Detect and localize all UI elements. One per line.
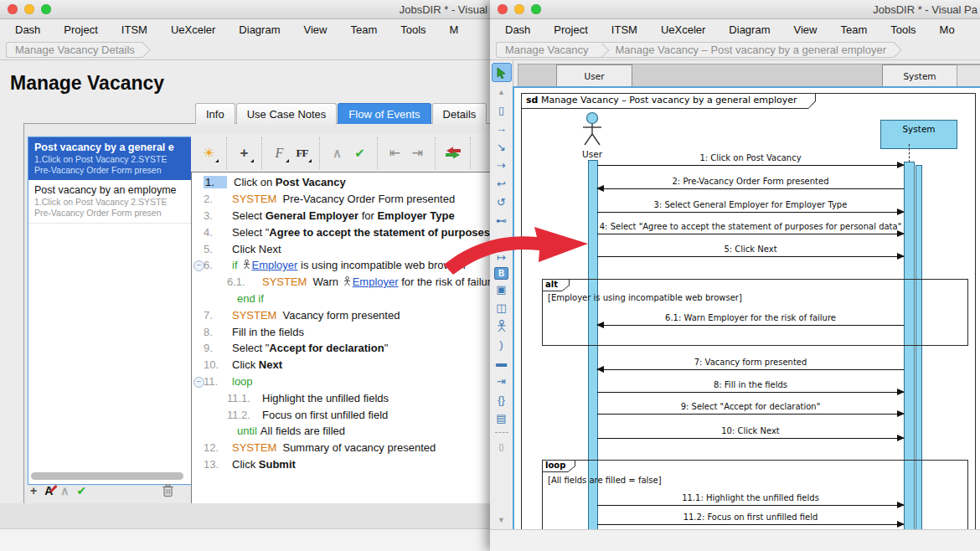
add-use-case-flow-icon[interactable]: +: [30, 484, 37, 497]
continuation-tool-icon[interactable]: ): [493, 336, 511, 353]
move-up-list-icon[interactable]: ∧: [60, 484, 69, 497]
flow-row[interactable]: untilAll fields are filled: [192, 423, 490, 440]
message-arrow[interactable]: [597, 505, 904, 506]
flow-row[interactable]: 5.Click Next: [192, 240, 490, 257]
menu-diagram[interactable]: Diagram: [717, 23, 781, 36]
message-arrow[interactable]: [597, 256, 904, 257]
scroll-up-icon[interactable]: ▲: [493, 83, 511, 100]
flow-row[interactable]: 1.Click on Post Vacancy: [192, 174, 490, 191]
lost-message-tool-icon[interactable]: ⊸: [493, 230, 511, 248]
message-label[interactable]: 5: Click Next: [597, 245, 904, 254]
message-arrow[interactable]: [597, 234, 904, 234]
close-button[interactable]: [8, 4, 18, 14]
lifeline-header-system[interactable]: System: [882, 64, 957, 87]
flow-row[interactable]: −6.ifEmployer is using incompatible web …: [192, 257, 490, 274]
collapse-icon[interactable]: −: [193, 377, 204, 388]
duration-message-tool-icon[interactable]: ⊷: [493, 212, 511, 229]
constraint-tool-icon[interactable]: {}: [493, 391, 511, 409]
system-lifeline-box[interactable]: System: [880, 120, 957, 149]
lifeline-tool-icon[interactable]: ▯: [493, 101, 511, 119]
delete-icon[interactable]: [162, 483, 174, 501]
menu-mo[interactable]: Mo: [928, 23, 967, 36]
rename-icon[interactable]: A: [44, 484, 53, 497]
close-button[interactable]: [498, 4, 508, 14]
self-message-tool-icon[interactable]: ↩: [493, 175, 511, 193]
alt-guard[interactable]: [Employer is using incompatible web brow…: [548, 293, 742, 302]
message-label[interactable]: 4: Select "Agree to accept the statement…: [597, 222, 904, 231]
loop-guard[interactable]: [All fields are filled = false]: [548, 476, 662, 485]
message-arrow[interactable]: [597, 212, 904, 213]
menu-diagram[interactable]: Diagram: [227, 23, 291, 36]
collapse-icon[interactable]: −: [193, 260, 204, 271]
message-label[interactable]: 6.1: Warn Employer for the risk of failu…: [597, 313, 904, 322]
message-label[interactable]: 1: Click on Post Vacancy: [597, 153, 904, 162]
message-label[interactable]: 8: Fill in the fields: [597, 380, 904, 389]
flow-row[interactable]: 2.SYSTEMPre-Vacancy Order Form presented: [192, 191, 490, 208]
flow-row[interactable]: 10.Click Next: [192, 357, 490, 373]
sequence-fragment-b-tool-icon[interactable]: B: [494, 267, 508, 280]
found-message-tool-icon[interactable]: ⇢: [493, 157, 511, 174]
flow-row[interactable]: 11.2.Focus on first unfilled field: [192, 406, 490, 423]
combined-fragment-tool-icon[interactable]: ▣: [493, 281, 511, 298]
message-arrow[interactable]: [597, 414, 904, 415]
menu-view[interactable]: View: [781, 23, 828, 36]
open-sequence-diagram-icon[interactable]: [441, 142, 464, 164]
menu-tools[interactable]: Tools: [389, 23, 437, 36]
message-label[interactable]: 11.1: Highlight the unfilled fields: [597, 493, 904, 502]
minimize-button[interactable]: [24, 4, 34, 14]
tab-flow-of-events[interactable]: Flow of Events: [338, 103, 431, 124]
flow-row[interactable]: 9.Select "Accept for declaration": [192, 340, 490, 357]
note-tool-icon[interactable]: ▤: [493, 409, 511, 427]
zoom-button[interactable]: [41, 4, 51, 14]
menu-team[interactable]: Team: [828, 23, 879, 36]
font-italic-icon[interactable]: F: [268, 142, 291, 164]
scroll-down-icon[interactable]: ▼: [493, 511, 511, 528]
move-up-icon[interactable]: ∧: [326, 142, 348, 164]
indent-icon[interactable]: ⇥: [406, 142, 429, 164]
minimize-button[interactable]: [514, 4, 524, 14]
menu-m[interactable]: M: [438, 23, 471, 36]
flow-row[interactable]: 8.Fill in the fields: [192, 323, 490, 340]
message-label[interactable]: 10: Click Next: [597, 426, 904, 435]
auto-number-icon[interactable]: ☀: [198, 142, 220, 164]
model-element-link[interactable]: Employer: [241, 259, 298, 271]
message-arrow[interactable]: [597, 369, 904, 370]
message-label[interactable]: 7: Vacancy form presented: [597, 358, 904, 367]
font-style-icon[interactable]: FF: [291, 142, 313, 164]
tab-info[interactable]: Info: [195, 103, 235, 124]
cursor-tool-icon[interactable]: [492, 63, 512, 82]
brace-tool-icon[interactable]: {}: [493, 438, 511, 456]
add-step-icon[interactable]: +: [233, 142, 255, 164]
menu-uexceler[interactable]: UeXceler: [159, 23, 227, 36]
menu-tools[interactable]: Tools: [879, 23, 927, 36]
message-arrow[interactable]: [597, 524, 904, 525]
message-arrow[interactable]: [597, 392, 904, 393]
termination-tool-icon[interactable]: ⇥: [493, 373, 511, 390]
message-arrow[interactable]: [597, 165, 904, 166]
message-label[interactable]: 9: Select "Accept for declaration": [597, 402, 904, 411]
titlebar[interactable]: JobsDIR * - Visual Pa: [490, 0, 980, 19]
message-arrow[interactable]: [597, 438, 904, 439]
use-case-flow-item[interactable]: Post vacancy by an employme1.Click on Po…: [28, 180, 191, 224]
menu-itsm[interactable]: ITSM: [110, 23, 159, 36]
actor-tool-icon[interactable]: [493, 317, 511, 335]
flow-row[interactable]: 7.SYSTEMVacancy form presented: [192, 306, 490, 323]
diagonal-message-tool-icon[interactable]: ↘: [493, 138, 511, 156]
breadcrumb-item-current[interactable]: Manage Vacancy – Post vacancy by a gener…: [616, 44, 887, 56]
message-arrow[interactable]: [597, 188, 904, 189]
model-element-link[interactable]: Employer: [342, 276, 399, 288]
message-arrow[interactable]: [597, 325, 904, 326]
horizontal-scrollbar[interactable]: [31, 472, 183, 480]
flow-row[interactable]: −11.loop: [192, 373, 490, 390]
menu-itsm[interactable]: ITSM: [600, 23, 649, 36]
outdent-icon[interactable]: ⇤: [384, 142, 406, 164]
flow-row[interactable]: 3.Select General Employer for Employer T…: [192, 208, 490, 224]
flow-row[interactable]: end if: [192, 291, 490, 307]
interaction-use-tool-icon[interactable]: ◫: [493, 299, 511, 317]
breadcrumb-item[interactable]: Manage Vacancy Manage Vacancy – Post vac…: [496, 42, 895, 58]
message-label[interactable]: 3: Select General Employer for Employer …: [597, 200, 904, 209]
flow-row[interactable]: 12.SYSTEMSummary of vacancy presented: [192, 440, 490, 456]
confirm-icon[interactable]: ✔: [77, 484, 87, 497]
sd-frame-label[interactable]: sd Manage Vacancy – Post vacancy by a ge…: [521, 93, 816, 109]
menu-project[interactable]: Project: [542, 23, 599, 36]
